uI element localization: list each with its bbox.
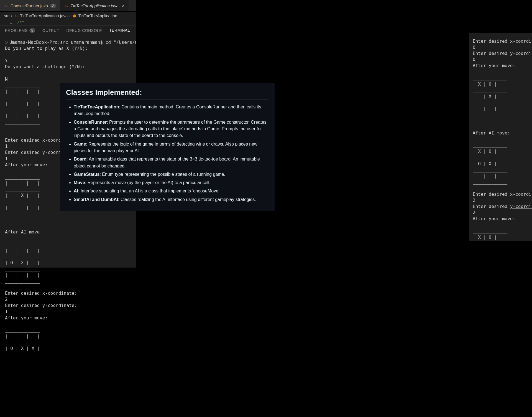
- tab-label: PROBLEMS: [5, 28, 28, 33]
- classes-list: TicTacToeApplication: Contains the main …: [66, 104, 268, 203]
- tab-terminal[interactable]: TERMINAL: [109, 28, 130, 35]
- tab-consolerunner[interactable]: ConsoleRunner.java 2: [0, 0, 60, 11]
- prompt-status-icon: [5, 41, 8, 44]
- terminal-text: 2 After your move: _____________ | X | O…: [473, 210, 515, 241]
- tab-label: TERMINAL: [109, 28, 130, 32]
- chevron-right-icon: ›: [11, 14, 12, 18]
- breadcrumb-seg[interactable]: TicTacToeApplication.java: [20, 13, 68, 18]
- tab-label: TicTacToeApplication.java: [71, 3, 119, 8]
- breadcrumb-seg[interactable]: TicTacToeApplication: [78, 13, 117, 18]
- problem-count-badge: 5: [29, 28, 35, 33]
- tab-label: DEBUG CONSOLE: [66, 28, 102, 33]
- classes-implemented-panel: Classes Implemented: TicTacToeApplicatio…: [60, 83, 275, 211]
- tab-label: ConsoleRunner.java: [11, 3, 48, 8]
- breadcrumb-seg[interactable]: src: [4, 13, 9, 18]
- chevron-right-icon: ›: [69, 14, 70, 18]
- list-item: GameStatus: Enum type representing the p…: [74, 171, 268, 178]
- class-desc: : Enum type representing the possible st…: [99, 172, 225, 177]
- line-number: 1: [0, 20, 17, 24]
- class-desc: : An immutable class that represents the…: [74, 157, 260, 168]
- tab-tictactoeapp[interactable]: TicTacToeApplication.java ×: [60, 0, 129, 11]
- code-content: /**: [17, 20, 24, 24]
- class-name: GameStatus: [74, 172, 99, 177]
- breadcrumb[interactable]: src › TicTacToeApplication.java › TicTac…: [0, 12, 136, 19]
- class-desc: : Interface stipulating that an AI is a …: [78, 189, 221, 193]
- list-item: Board: An immutable class that represent…: [74, 156, 268, 169]
- editor-tab-bar: ConsoleRunner.java 2 TicTacToeApplicatio…: [0, 0, 136, 12]
- tab-badge: 2: [50, 4, 56, 8]
- tab-problems[interactable]: PROBLEMS 5: [5, 28, 35, 35]
- class-name: SmartAI and DumbAI: [74, 197, 118, 202]
- class-name: TicTacToeApplication: [74, 105, 119, 109]
- class-desc: : Represents the logic of the game in te…: [74, 142, 257, 153]
- list-item: AI: Interface stipulating that an AI is …: [74, 188, 268, 194]
- class-desc: : Represents a move (by the player or th…: [85, 180, 211, 185]
- list-item: ConsoleRunner: Prompts the user to deter…: [74, 119, 268, 139]
- classes-heading: Classes Implemented:: [66, 88, 268, 100]
- terminal-text-underline: y-coordina: [510, 204, 532, 209]
- class-name: Move: [74, 180, 85, 185]
- panel-tab-bar: PROBLEMS 5 OUTPUT DEBUG CONSOLE TERMINAL: [0, 26, 136, 35]
- class-name: Game: [74, 142, 86, 146]
- list-item: TicTacToeApplication: Contains the main …: [74, 104, 268, 117]
- class-name: ConsoleRunner: [74, 120, 107, 124]
- list-item: SmartAI and DumbAI: Classes realizing th…: [74, 196, 268, 203]
- java-file-icon: [64, 4, 68, 8]
- java-file-icon: [14, 13, 18, 18]
- tab-debug-console[interactable]: DEBUG CONSOLE: [66, 28, 102, 35]
- tab-label: OUTPUT: [42, 28, 59, 33]
- class-desc: : Classes realizing the AI interface usi…: [118, 197, 256, 202]
- tab-output[interactable]: OUTPUT: [42, 28, 59, 35]
- java-file-icon: [4, 4, 8, 8]
- class-name: Board: [74, 157, 86, 161]
- close-icon[interactable]: ×: [122, 3, 124, 8]
- list-item: Move: Represents a move (by the player o…: [74, 179, 268, 186]
- editor-line[interactable]: 1 /**: [0, 19, 136, 26]
- terminal-output-right[interactable]: Enter desired x-coordina 0 Enter desired…: [469, 33, 532, 241]
- class-symbol-icon: [72, 13, 77, 18]
- class-name: AI: [74, 189, 78, 193]
- list-item: Game: Represents the logic of the game i…: [74, 141, 268, 154]
- terminal-text: Enter desired x-coordina 0 Enter desired…: [473, 39, 532, 209]
